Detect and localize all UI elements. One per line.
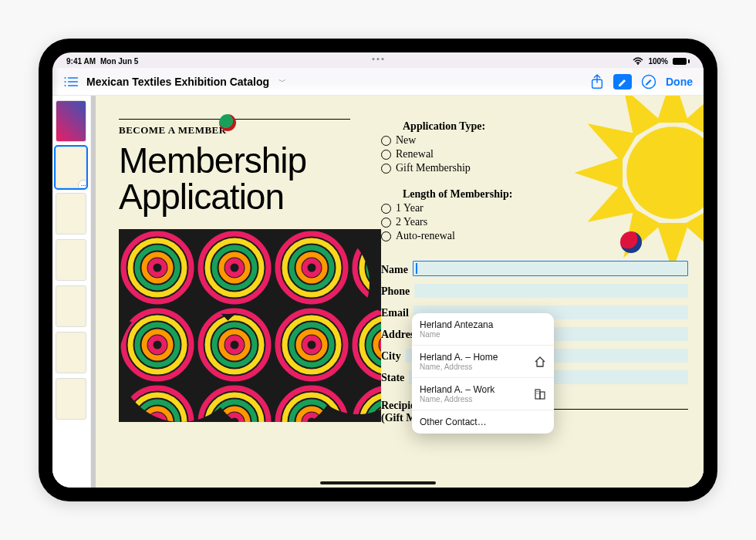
sidebar-list-icon[interactable]	[63, 76, 79, 88]
svg-rect-39	[537, 393, 538, 393]
page-thumbnail[interactable]	[56, 332, 86, 373]
radio-option-auto[interactable]: Auto-renewal	[381, 230, 688, 242]
autofill-subtitle: Name	[420, 330, 493, 339]
field-label-name: Name	[381, 264, 408, 276]
done-button[interactable]: Done	[666, 76, 693, 88]
autofill-subtitle: Name, Address	[420, 363, 498, 371]
markup-pen-icon[interactable]	[641, 74, 656, 89]
option-label: Gift Membership	[396, 162, 471, 174]
autofill-item[interactable]: Herland A. – Work Name, Address	[412, 378, 554, 410]
document-title[interactable]: Mexican Textiles Exhibition Catalog	[86, 76, 269, 88]
svg-point-0	[637, 63, 639, 65]
pdf-page: BECOME A MEMBER Membership Application	[96, 96, 704, 488]
page-thumbnail[interactable]	[56, 378, 86, 420]
option-label: New	[396, 134, 416, 147]
phone-input[interactable]	[414, 284, 688, 298]
svg-rect-36	[540, 392, 545, 399]
page-heading: Membership Application	[119, 143, 373, 215]
svg-rect-6	[68, 85, 78, 86]
svg-rect-35	[535, 390, 540, 399]
radio-option-gift[interactable]: Gift Membership	[381, 162, 688, 174]
document-viewport[interactable]: BECOME A MEMBER Membership Application	[91, 96, 704, 488]
autofill-other-label: Other Contact…	[420, 417, 487, 427]
wifi-icon	[633, 57, 643, 65]
content-area: ···	[52, 96, 704, 488]
svg-rect-40	[538, 393, 539, 393]
field-label-city: City	[381, 350, 401, 363]
toolbar: Mexican Textiles Exhibition Catalog ﹀ Do…	[52, 68, 704, 96]
radio-option-renewal[interactable]: Renewal	[381, 148, 688, 160]
autofill-item[interactable]: Herland Antezana Name	[412, 313, 554, 346]
field-label-email: Email	[381, 307, 409, 319]
autofill-popover: Herland Antezana Name Herland A. – Home …	[412, 313, 554, 434]
status-left: 9:41 AM Mon Jun 5	[66, 57, 138, 66]
battery-pct: 100%	[648, 57, 668, 66]
home-indicator[interactable]	[320, 481, 436, 484]
radio-option-2yr[interactable]: 2 Years	[381, 216, 688, 228]
autofill-subtitle: Name, Address	[420, 395, 494, 403]
status-time: 9:41 AM	[66, 57, 96, 66]
screen: 9:41 AM Mon Jun 5 100%	[52, 52, 704, 488]
status-right: 100%	[633, 57, 690, 66]
option-label: Auto-renewal	[396, 230, 455, 242]
page-thumbnail[interactable]	[56, 239, 86, 281]
svg-point-1	[65, 77, 66, 79]
svg-point-5	[65, 85, 66, 86]
radio-option-new[interactable]: New	[381, 134, 688, 147]
statusbar: 9:41 AM Mon Jun 5 100%	[52, 52, 704, 68]
group-heading-apptype: Application Type:	[403, 120, 688, 133]
radio-option-1yr[interactable]: 1 Year	[381, 202, 688, 214]
decor-circle-small	[219, 114, 236, 131]
share-icon[interactable]	[590, 74, 604, 89]
page-thumbnail[interactable]: ···	[56, 147, 86, 188]
building-icon	[534, 388, 546, 400]
svg-rect-38	[538, 391, 539, 392]
field-label-state: State	[381, 372, 404, 384]
multitask-dots[interactable]	[373, 58, 384, 60]
svg-rect-2	[68, 77, 78, 79]
status-date: Mon Jun 5	[100, 57, 138, 66]
page-thumbnail[interactable]	[56, 285, 86, 327]
zip-input[interactable]	[552, 370, 688, 384]
svg-rect-4	[68, 81, 78, 83]
page-thumbnail[interactable]	[56, 100, 86, 142]
svg-rect-37	[537, 391, 538, 392]
title-chevron-icon[interactable]: ﹀	[278, 76, 286, 87]
ipad-frame: 9:41 AM Mon Jun 5 100%	[39, 39, 717, 501]
page-thumbnail[interactable]	[56, 193, 86, 235]
battery-icon	[673, 58, 690, 65]
autofill-title: Herland A. – Work	[420, 384, 494, 395]
autofill-title: Herland Antezana	[420, 319, 493, 330]
home-icon	[534, 356, 546, 368]
option-label: Renewal	[396, 148, 434, 160]
autofill-title: Herland A. – Home	[420, 352, 498, 363]
autofill-item[interactable]: Herland A. – Home Name, Address	[412, 346, 554, 378]
field-label-phone: Phone	[381, 285, 410, 298]
autofill-other[interactable]: Other Contact…	[412, 410, 554, 434]
markup-icon[interactable]	[613, 74, 632, 89]
option-label: 2 Years	[396, 216, 427, 228]
decor-circle	[620, 231, 642, 253]
kicker-text: BECOME A MEMBER	[119, 124, 373, 137]
name-input[interactable]	[413, 261, 688, 276]
option-label: 1 Year	[396, 202, 424, 214]
svg-point-3	[65, 81, 66, 83]
group-heading-length: Length of Membership:	[403, 188, 688, 201]
thumbnail-sidebar[interactable]: ···	[52, 96, 91, 488]
artwork-image	[119, 229, 381, 422]
